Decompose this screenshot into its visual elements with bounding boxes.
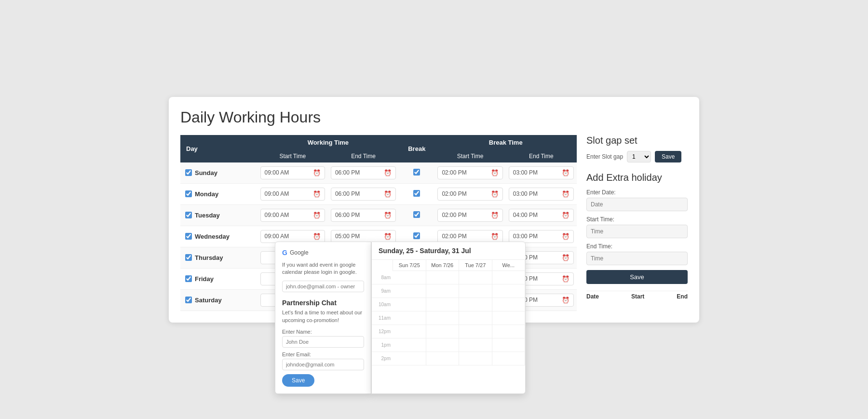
day-checkbox-wednesday[interactable]: Wednesday bbox=[185, 233, 253, 240]
save-holiday-button[interactable]: Save bbox=[586, 270, 688, 284]
email-label: Enter Email: bbox=[282, 351, 364, 357]
holiday-col-date: Date bbox=[586, 293, 599, 300]
end-time-cell-0: 06:00 PM ⏰ bbox=[328, 162, 399, 184]
google-logo: GGoogle bbox=[282, 249, 309, 257]
break-end-val-1: 03:00 PM bbox=[513, 190, 559, 197]
break-start-cell-1: 02:00 PM ⏰ bbox=[434, 183, 505, 204]
break-end-wrapper-2[interactable]: 04:00 PM ⏰ bbox=[509, 209, 574, 222]
day-checkbox-friday[interactable]: Friday bbox=[185, 275, 253, 283]
day-checkbox-tuesday[interactable]: Tuesday bbox=[185, 212, 253, 219]
day-cell-tuesday: Tuesday bbox=[180, 204, 258, 226]
name-input[interactable] bbox=[282, 336, 364, 348]
day-check-wednesday[interactable] bbox=[185, 233, 192, 240]
end-time-wrapper-0[interactable]: 06:00 PM ⏰ bbox=[331, 166, 396, 179]
clock-icon-break-end-0: ⏰ bbox=[562, 169, 570, 176]
day-cell-thursday: Thursday bbox=[180, 247, 258, 268]
partnership-desc: Let's find a time to meet about our upco… bbox=[282, 309, 364, 324]
break-end-wrapper-0[interactable]: 03:00 PM ⏰ bbox=[509, 166, 574, 179]
clock-icon-start-0: ⏰ bbox=[313, 169, 321, 176]
day-check-tuesday[interactable] bbox=[185, 212, 192, 218]
end-time-wrapper-3[interactable]: 05:00 PM ⏰ bbox=[331, 230, 396, 243]
day-checkbox-monday[interactable]: Monday bbox=[185, 190, 253, 198]
break-end-cell-1: 03:00 PM ⏰ bbox=[506, 183, 577, 204]
end-time-wrapper-1[interactable]: 06:00 PM ⏰ bbox=[331, 188, 396, 201]
day-check-friday[interactable] bbox=[185, 275, 192, 282]
slot-gap-section: Slot gap set Enter Slot gap 1235101530 S… bbox=[586, 135, 688, 162]
holiday-col-start: Start bbox=[631, 293, 644, 300]
day-cell-sunday: Sunday bbox=[180, 162, 258, 184]
break-check-3[interactable] bbox=[413, 232, 420, 239]
break-end-cell-0: 03:00 PM ⏰ bbox=[506, 162, 577, 184]
clock-icon-break-end-3: ⏰ bbox=[562, 233, 570, 240]
break-start-cell-2: 02:00 PM ⏰ bbox=[434, 204, 505, 226]
break-start-wrapper-1[interactable]: 02:00 PM ⏰ bbox=[437, 188, 502, 201]
clock-icon-break-start-0: ⏰ bbox=[491, 169, 499, 176]
col-sub-start: Start Time bbox=[258, 150, 328, 162]
start-time-wrapper-2[interactable]: 09:00 AM ⏰ bbox=[260, 209, 325, 222]
email-input[interactable] bbox=[282, 359, 364, 370]
slot-gap-label: Enter Slot gap bbox=[586, 153, 623, 160]
calendar-overlay: GGoogle If you want add event in google … bbox=[275, 242, 526, 394]
break-check-cell-1[interactable] bbox=[399, 183, 434, 204]
google-email-input[interactable] bbox=[282, 281, 364, 292]
start-time-cell-0: 09:00 AM ⏰ bbox=[258, 162, 328, 184]
start-time-input[interactable] bbox=[586, 225, 688, 238]
day-cell-friday: Friday bbox=[180, 268, 258, 289]
clock-icon-end-2: ⏰ bbox=[384, 212, 392, 219]
clock-icon-start-2: ⏰ bbox=[313, 212, 321, 219]
break-check-cell-0[interactable] bbox=[399, 162, 434, 184]
date-input[interactable] bbox=[586, 198, 688, 211]
col-header-working-time: Working Time bbox=[258, 135, 399, 150]
day-checkbox-thursday[interactable]: Thursday bbox=[185, 254, 253, 261]
start-time-wrapper-0[interactable]: 09:00 AM ⏰ bbox=[260, 166, 325, 179]
save-slot-button[interactable]: Save bbox=[655, 151, 681, 162]
break-start-wrapper-2[interactable]: 02:00 PM ⏰ bbox=[437, 209, 502, 222]
break-check-cell-2[interactable] bbox=[399, 204, 434, 226]
start-time-cell-1: 09:00 AM ⏰ bbox=[258, 183, 328, 204]
clock-icon-break-end-4: ⏰ bbox=[562, 254, 570, 261]
col-header-day: Day bbox=[180, 135, 258, 162]
day-label-sunday: Sunday bbox=[195, 169, 217, 176]
cal-header: Sunday, 25 - Saturday, 31 Jul bbox=[372, 242, 525, 260]
day-check-thursday[interactable] bbox=[185, 254, 192, 261]
end-time-val-1: 06:00 PM bbox=[335, 190, 381, 197]
day-label-tuesday: Tuesday bbox=[195, 212, 220, 219]
day-check-sunday[interactable] bbox=[185, 169, 192, 176]
day-check-monday[interactable] bbox=[185, 190, 192, 197]
break-check-1[interactable] bbox=[413, 190, 420, 197]
day-check-saturday[interactable] bbox=[185, 297, 192, 303]
end-time-val-3: 05:00 PM bbox=[335, 233, 381, 240]
clock-icon-start-3: ⏰ bbox=[313, 233, 321, 240]
clock-icon-break-start-3: ⏰ bbox=[491, 233, 499, 240]
break-end-wrapper-3[interactable]: 03:00 PM ⏰ bbox=[509, 230, 574, 243]
break-start-wrapper-3[interactable]: 02:00 PM ⏰ bbox=[437, 230, 502, 243]
extra-holiday-title: Add Extra holiday bbox=[586, 172, 688, 183]
day-checkbox-sunday[interactable]: Sunday bbox=[185, 169, 253, 176]
day-label-wednesday: Wednesday bbox=[195, 233, 230, 240]
table-row: Monday 09:00 AM ⏰ 06:00 PM ⏰ 02 bbox=[180, 183, 577, 204]
partnership-title: Partnership Chat bbox=[282, 299, 364, 307]
slot-gap-select[interactable]: 1235101530 bbox=[627, 151, 651, 162]
end-time-input[interactable] bbox=[586, 252, 688, 265]
break-check-0[interactable] bbox=[413, 169, 420, 176]
day-checkbox-saturday[interactable]: Saturday bbox=[185, 297, 253, 304]
start-time-cell-2: 09:00 AM ⏰ bbox=[258, 204, 328, 226]
start-time-wrapper-1[interactable]: 09:00 AM ⏰ bbox=[260, 188, 325, 201]
start-time-wrapper-3[interactable]: 09:00 AM ⏰ bbox=[260, 230, 325, 243]
day-label-friday: Friday bbox=[195, 275, 214, 283]
save-partner-button[interactable]: Save bbox=[282, 374, 314, 387]
end-time-val-2: 06:00 PM bbox=[335, 212, 381, 218]
end-time-cell-1: 06:00 PM ⏰ bbox=[328, 183, 399, 204]
break-start-val-1: 02:00 PM bbox=[442, 190, 488, 197]
right-panel: Slot gap set Enter Slot gap 1235101530 S… bbox=[586, 135, 688, 311]
break-start-wrapper-0[interactable]: 02:00 PM ⏰ bbox=[437, 166, 502, 179]
break-check-2[interactable] bbox=[413, 211, 420, 218]
date-label: Enter Date: bbox=[586, 189, 688, 196]
break-end-val-2: 04:00 PM bbox=[513, 212, 559, 218]
col-sub-end: End Time bbox=[328, 150, 399, 162]
break-end-wrapper-1[interactable]: 03:00 PM ⏰ bbox=[509, 188, 574, 201]
end-time-wrapper-2[interactable]: 06:00 PM ⏰ bbox=[331, 209, 396, 222]
cal-day-wed: We... bbox=[492, 260, 526, 270]
start-time-val-1: 09:00 AM bbox=[265, 190, 310, 197]
day-label-monday: Monday bbox=[195, 190, 218, 198]
